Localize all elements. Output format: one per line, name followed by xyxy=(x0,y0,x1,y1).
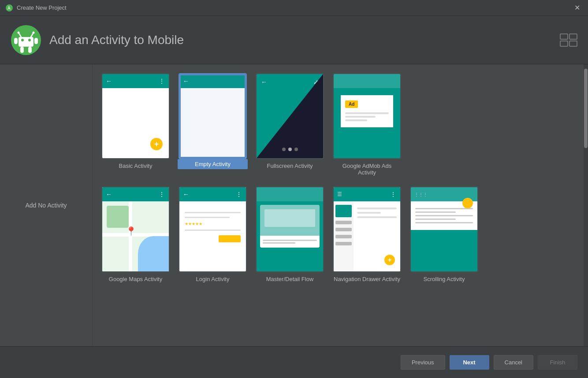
navdrawer-activity-thumbnail: ☰ ⋮ xyxy=(333,186,401,272)
previous-button[interactable]: Previous xyxy=(401,355,445,370)
scroll-bar-text: ⋮⋮⋮ xyxy=(414,192,428,197)
menu-icon: ⋮ xyxy=(159,78,165,85)
master-detail-thumbnail xyxy=(256,186,324,272)
add-no-activity[interactable]: Add No Activity xyxy=(0,64,93,346)
stars: ★★★★★ xyxy=(185,222,241,226)
admob-activity-card[interactable]: Ad Google AdMob Ads Activity xyxy=(333,73,401,176)
map-water xyxy=(138,236,169,271)
scrolling-activity-thumbnail: ⋮⋮⋮ ★ xyxy=(410,186,478,272)
navdrawer-activity-card[interactable]: ☰ ⋮ xyxy=(333,186,401,282)
back-icon: ← xyxy=(183,191,189,198)
drawer-header xyxy=(335,205,352,217)
login-activity-thumbnail: ← ⋮ ★★★★★ xyxy=(179,186,247,272)
empty-activity-card[interactable]: ← Empty Activity xyxy=(179,73,247,176)
star-icon: ★ xyxy=(465,200,470,206)
footer: Previous Next Cancel Finish xyxy=(0,346,588,378)
main-content: Add No Activity ← ⋮ + Basic Activity xyxy=(0,64,588,346)
grid-view-icon xyxy=(560,33,577,47)
map-marker-icon: 📍 xyxy=(126,226,137,237)
scrolling-activity-label: Scrolling Activity xyxy=(424,276,465,282)
admob-activity-thumbnail: Ad xyxy=(333,73,401,159)
svg-rect-17 xyxy=(569,41,577,46)
back-icon: ← xyxy=(106,191,112,198)
svg-point-9 xyxy=(33,31,35,33)
svg-rect-14 xyxy=(560,34,568,39)
page-title: Add an Activity to Mobile xyxy=(49,33,184,47)
svg-rect-13 xyxy=(28,47,32,53)
back-arrow-icon: ← xyxy=(183,78,189,85)
finish-button[interactable]: Finish xyxy=(538,355,577,370)
android-studio-icon: A xyxy=(5,4,13,12)
svg-point-5 xyxy=(28,39,31,41)
scrolling-activity-card[interactable]: ⋮⋮⋮ ★ Scrolling Ac xyxy=(410,186,478,282)
master-detail-label: Master/Detail Flow xyxy=(266,276,314,282)
menu-icon: ⋮ xyxy=(159,191,165,198)
android-logo-icon xyxy=(11,25,41,56)
next-button[interactable]: Next xyxy=(450,355,489,370)
activity-grid: ← ⋮ + Basic Activity ← xyxy=(93,64,584,346)
title-bar-left: A Create New Project xyxy=(5,4,67,12)
svg-rect-10 xyxy=(14,38,18,44)
diagonal-bg xyxy=(257,74,323,158)
grid-row-2: ← ⋮ 📍 Google Maps Activity xyxy=(101,186,575,282)
basic-activity-label: Basic Activity xyxy=(119,163,153,169)
ad-badge: Ad xyxy=(345,100,358,108)
header-left: Add an Activity to Mobile xyxy=(11,25,184,56)
nav-fab: + xyxy=(384,255,395,265)
title-bar: A Create New Project ✕ xyxy=(0,0,588,16)
basic-activity-card[interactable]: ← ⋮ + Basic Activity xyxy=(101,73,170,176)
back-arrow-icon: ← xyxy=(106,78,112,85)
svg-rect-12 xyxy=(20,47,24,53)
master-detail-card[interactable]: Master/Detail Flow xyxy=(256,186,324,282)
close-button[interactable]: ✕ xyxy=(572,3,583,13)
navdrawer-activity-label: Navigation Drawer Activity xyxy=(334,276,400,282)
login-btn xyxy=(219,235,241,242)
scrollbar-thumb[interactable] xyxy=(584,69,588,148)
maps-activity-thumbnail: ← ⋮ 📍 xyxy=(101,186,170,272)
empty-activity-thumbnail: ← xyxy=(179,73,247,159)
grid-row-1: ← ⋮ + Basic Activity ← xyxy=(101,73,575,176)
scrollbar-track[interactable] xyxy=(584,64,588,346)
admob-activity-label: Google AdMob Ads Activity xyxy=(333,163,401,176)
svg-rect-11 xyxy=(34,38,38,44)
svg-rect-16 xyxy=(560,41,568,46)
maps-activity-card[interactable]: ← ⋮ 📍 Google Maps Activity xyxy=(101,186,170,282)
scroll-fab: ★ xyxy=(462,198,473,208)
basic-activity-thumbnail: ← ⋮ + xyxy=(101,73,170,159)
fullscreen-activity-label: Fullscreen Activity xyxy=(267,163,313,169)
menu-icon: ⋮ xyxy=(236,191,242,198)
login-activity-label: Login Activity xyxy=(196,276,230,282)
maps-activity-label: Google Maps Activity xyxy=(109,276,162,282)
cancel-button[interactable]: Cancel xyxy=(494,355,533,370)
map-green-area xyxy=(107,206,129,228)
login-activity-card[interactable]: ← ⋮ ★★★★★ Login Activity xyxy=(179,186,247,282)
svg-point-8 xyxy=(18,31,20,33)
empty-activity-label: Empty Activity xyxy=(178,159,248,169)
fullscreen-activity-thumbnail: ← ⤢ xyxy=(256,73,324,159)
menu-icon: ⋮ xyxy=(390,191,397,198)
svg-text:A: A xyxy=(7,6,11,11)
add-no-activity-label: Add No Activity xyxy=(25,202,67,209)
fullscreen-activity-card[interactable]: ← ⤢ Fullscreen Activity xyxy=(256,73,324,176)
svg-rect-3 xyxy=(19,37,33,47)
hamburger-icon: ☰ xyxy=(337,191,342,197)
fab-icon: + xyxy=(150,138,163,150)
window-title: Create New Project xyxy=(17,4,67,11)
nav-dots xyxy=(282,148,298,151)
view-toggle-icon[interactable] xyxy=(560,33,577,47)
header: Add an Activity to Mobile xyxy=(0,16,588,64)
svg-point-4 xyxy=(21,39,24,41)
svg-rect-15 xyxy=(569,34,577,39)
